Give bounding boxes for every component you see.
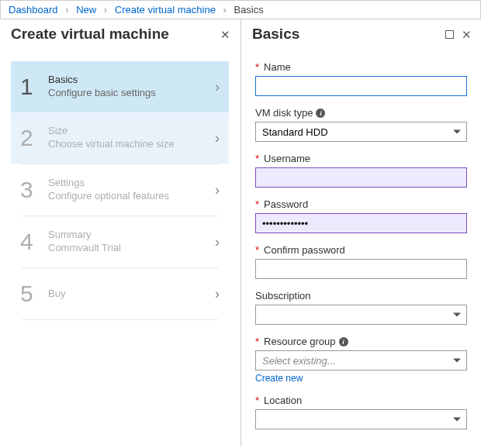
step-subtitle: Commvault Trial — [48, 242, 215, 255]
chevron-right-icon: › — [215, 182, 220, 198]
wizard-step-summary[interactable]: 4 Summary Commvault Trial › — [11, 216, 229, 267]
breadcrumb-dashboard[interactable]: Dashboard — [9, 4, 58, 16]
chevron-right-icon: › — [215, 79, 220, 95]
wizard-step-basics[interactable]: 1 Basics Configure basic settings › — [11, 61, 229, 112]
step-number: 2 — [20, 125, 48, 151]
wizard-step-buy[interactable]: 5 Buy › — [11, 268, 229, 319]
subscription-select[interactable] — [255, 305, 467, 325]
wizard-steps-panel: Create virtual machine ✕ 1 Basics Config… — [0, 19, 240, 446]
chevron-right-icon: › — [65, 4, 68, 16]
username-input[interactable] — [255, 167, 467, 188]
resource-group-select[interactable] — [255, 350, 467, 370]
breadcrumb-new[interactable]: New — [76, 4, 96, 16]
breadcrumb-current: Basics — [234, 4, 263, 16]
step-title: Basics — [48, 74, 215, 87]
chevron-right-icon: › — [215, 130, 220, 146]
step-title: Buy — [48, 288, 215, 301]
step-title: Summary — [48, 229, 215, 242]
step-number: 3 — [20, 177, 48, 203]
close-icon[interactable]: ✕ — [220, 29, 230, 40]
disk-type-select[interactable] — [255, 122, 467, 142]
step-subtitle: Choose virtual machine size — [48, 138, 215, 151]
step-subtitle: Configure optional features — [48, 190, 215, 203]
breadcrumb: Dashboard › New › Create virtual machine… — [0, 0, 481, 19]
chevron-right-icon: › — [215, 234, 220, 250]
step-title: Size — [48, 125, 215, 138]
info-icon[interactable]: i — [316, 109, 325, 118]
step-number: 5 — [20, 281, 48, 307]
confirm-password-input[interactable] — [255, 259, 467, 279]
subscription-label: Subscription — [255, 290, 467, 302]
location-select[interactable] — [255, 409, 467, 429]
panel-title-create-vm: Create virtual machine — [11, 26, 169, 43]
name-label: *Name — [255, 61, 467, 73]
info-icon[interactable]: i — [339, 337, 348, 346]
name-input[interactable] — [255, 76, 467, 96]
panel-title-basics: Basics — [252, 26, 299, 43]
chevron-right-icon: › — [104, 4, 107, 16]
password-label: *Password — [255, 198, 467, 210]
chevron-right-icon: › — [223, 4, 227, 16]
disk-type-label: VM disk type i — [255, 107, 467, 119]
step-title: Settings — [48, 177, 215, 190]
step-number: 4 — [20, 229, 48, 255]
step-subtitle: Configure basic settings — [48, 87, 215, 100]
chevron-right-icon: › — [215, 286, 220, 302]
location-label: *Location — [255, 395, 467, 406]
username-label: *Username — [255, 153, 467, 164]
password-input[interactable] — [255, 213, 467, 233]
wizard-step-size[interactable]: 2 Size Choose virtual machine size › — [11, 112, 229, 164]
create-new-link[interactable]: Create new — [255, 373, 303, 384]
close-icon[interactable]: ✕ — [462, 29, 472, 40]
step-number: 1 — [20, 74, 48, 100]
wizard-step-settings[interactable]: 3 Settings Configure optional features › — [11, 164, 229, 215]
breadcrumb-create-vm[interactable]: Create virtual machine — [115, 4, 216, 16]
resource-group-label: *Resource group i — [255, 336, 467, 347]
basics-form-panel: Basics ✕ *Name VM disk type i — [240, 19, 481, 446]
confirm-password-label: *Confirm password — [255, 244, 467, 256]
restore-icon[interactable] — [445, 30, 454, 39]
